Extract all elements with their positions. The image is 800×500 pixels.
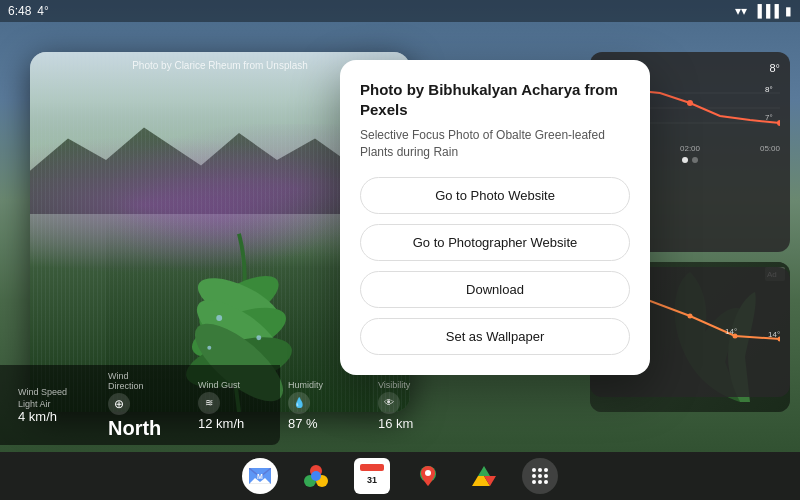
go-to-photo-btn[interactable]: Go to Photo Website <box>360 177 630 214</box>
status-time: 6:48 <box>8 4 31 18</box>
status-temp: 4° <box>37 4 48 18</box>
svg-text:14°: 14° <box>768 330 780 339</box>
svg-point-6 <box>216 315 222 321</box>
wind-speed-value: 4 km/h <box>18 409 57 424</box>
svg-point-47 <box>544 474 548 478</box>
gust-icon: ≋ <box>198 392 220 414</box>
weather-stats-bar: Wind Speed Light Air 4 km/h Wind Directi… <box>0 365 280 445</box>
humidity-label: Humidity <box>288 380 323 390</box>
svg-point-45 <box>532 474 536 478</box>
photo-info-modal: Photo by Bibhukalyan Acharya from Pexels… <box>340 60 650 375</box>
humidity-value: 87 % <box>288 416 318 431</box>
svg-point-48 <box>532 480 536 484</box>
taskbar: M 31 <box>0 452 800 500</box>
svg-text:M: M <box>257 473 263 480</box>
wind-dir-label: Wind Direction <box>108 371 162 391</box>
battery-icon: ▮ <box>785 4 792 18</box>
svg-text:14°: 14° <box>725 327 737 336</box>
wind-speed-sub: Light Air <box>18 399 51 409</box>
wind-gust-label: Wind Gust <box>198 380 240 390</box>
wind-speed-label: Wind Speed <box>18 387 67 397</box>
modal-title: Photo by Bibhukalyan Acharya from Pexels <box>360 80 630 119</box>
dot-1 <box>682 157 688 163</box>
humidity-icon: 💧 <box>288 392 310 414</box>
wind-gust-value: 12 km/h <box>198 416 244 431</box>
wind-gust-stat: Wind Gust ≋ 12 km/h <box>190 380 260 431</box>
svg-text:8°: 8° <box>765 85 773 94</box>
svg-point-24 <box>688 314 693 319</box>
visibility-value: 16 km <box>378 416 413 431</box>
gmail-icon[interactable]: M <box>242 458 278 494</box>
time-2: 02:00 <box>680 144 700 153</box>
status-right: ▾▾ ▐▐▐ ▮ <box>735 4 792 18</box>
svg-point-44 <box>544 468 548 472</box>
time-3: 05:00 <box>760 144 780 153</box>
calendar-icon[interactable]: 31 <box>354 458 390 494</box>
visibility-stat: Visibility 👁 16 km <box>370 380 440 431</box>
svg-point-46 <box>538 474 542 478</box>
svg-point-13 <box>687 100 693 106</box>
svg-point-36 <box>311 471 321 481</box>
download-btn[interactable]: Download <box>360 271 630 308</box>
status-left: 6:48 4° <box>8 4 49 18</box>
svg-point-50 <box>544 480 548 484</box>
humidity-stat: Humidity 💧 87 % <box>280 380 350 431</box>
visibility-label: Visibility <box>378 380 410 390</box>
signal-icon: ▐▐▐ <box>753 4 779 18</box>
svg-rect-38 <box>360 464 384 471</box>
svg-text:7°: 7° <box>765 113 773 122</box>
svg-point-43 <box>538 468 542 472</box>
maps-icon[interactable] <box>410 458 446 494</box>
visibility-icon: 👁 <box>378 392 400 414</box>
drive-icon[interactable] <box>466 458 502 494</box>
dot-2 <box>692 157 698 163</box>
apps-icon[interactable] <box>522 458 558 494</box>
photos-icon[interactable] <box>298 458 334 494</box>
svg-point-7 <box>256 335 261 340</box>
modal-description: Selective Focus Photo of Obalte Green-le… <box>360 127 630 161</box>
top-temp: 8° <box>769 62 780 74</box>
svg-text:31: 31 <box>367 475 377 485</box>
set-wallpaper-btn[interactable]: Set as Wallpaper <box>360 318 630 355</box>
wind-dir-stat: Wind Direction ⊕ North <box>100 371 170 440</box>
compass-icon: ⊕ <box>108 393 130 415</box>
wind-dir-value: North <box>108 417 161 440</box>
svg-point-41 <box>425 470 431 476</box>
svg-point-14 <box>777 120 780 126</box>
svg-point-42 <box>532 468 536 472</box>
status-bar: 6:48 4° ▾▾ ▐▐▐ ▮ <box>0 0 800 22</box>
svg-point-8 <box>207 346 211 350</box>
svg-point-49 <box>538 480 542 484</box>
wifi-icon: ▾▾ <box>735 4 747 18</box>
wind-speed-stat: Wind Speed Light Air 4 km/h <box>10 387 80 424</box>
go-to-photographer-btn[interactable]: Go to Photographer Website <box>360 224 630 261</box>
